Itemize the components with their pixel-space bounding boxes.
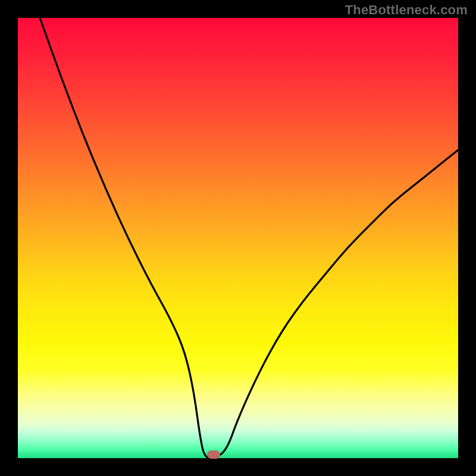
chart-frame: TheBottleneck.com [0,0,476,476]
bottleneck-curve [18,18,458,458]
curve-path [40,18,458,458]
optimal-point-marker [207,450,220,459]
watermark-text: TheBottleneck.com [345,2,468,18]
plot-area [18,18,458,458]
